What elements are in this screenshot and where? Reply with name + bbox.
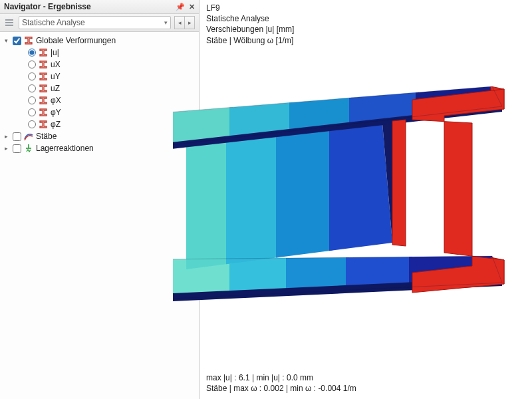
svg-rect-8 — [286, 253, 349, 306]
info-line: Stäbe | max ω : 0.002 | min ω : -0.004 1… — [206, 383, 356, 394]
beam-render — [173, 86, 532, 313]
collapse-icon[interactable]: ▾ — [3, 37, 10, 45]
info-line: max |u| : 6.1 | min |u| : 0.0 mm — [206, 372, 356, 383]
chevron-down-icon: ▾ — [164, 19, 168, 26]
analysis-toolbar: Statische Analyse ▾ ◂ ▸ — [0, 14, 199, 32]
tree-node-lagerreaktionen[interactable]: ▸ Lagerreaktionen — [3, 142, 196, 154]
section-icon — [39, 108, 48, 117]
navigator-panel: Navigator - Ergebnisse 📌 ✕ Statische Ana… — [0, 0, 200, 399]
analysis-combo-label: Statische Analyse — [22, 18, 85, 27]
tree-leaf-phiz[interactable]: φZ — [3, 118, 196, 130]
radio-uy[interactable] — [28, 72, 36, 80]
next-button[interactable]: ▸ — [184, 16, 195, 29]
radio-phiz[interactable] — [28, 120, 36, 128]
tree-leaf-ux[interactable]: uX — [3, 59, 196, 70]
analysis-type-icon — [4, 17, 15, 28]
expand-icon[interactable]: ▸ — [3, 133, 10, 140]
member-icon — [24, 132, 33, 141]
radio-uz[interactable] — [28, 84, 36, 92]
svg-rect-1 — [5, 22, 13, 23]
svg-rect-0 — [5, 19, 13, 21]
section-icon — [39, 96, 48, 105]
radio-u[interactable] — [28, 49, 36, 57]
tree-label: φX — [51, 96, 61, 105]
expand-icon[interactable]: ▸ — [3, 145, 10, 152]
section-icon — [39, 48, 48, 57]
tree-node-staebe[interactable]: ▸ Stäbe — [3, 130, 196, 142]
tree-label: uY — [51, 72, 61, 81]
panel-header: Navigator - Ergebnisse 📌 ✕ — [0, 0, 199, 14]
viewport-info-bottom: max |u| : 6.1 | min |u| : 0.0 mm Stäbe |… — [206, 372, 356, 394]
analysis-combo[interactable]: Statische Analyse ▾ — [19, 16, 171, 29]
tree-label: |u| — [51, 48, 59, 57]
info-line: Verschiebungen |u| [mm] — [206, 24, 294, 35]
radio-phiy[interactable] — [28, 108, 36, 116]
tree-label: φY — [51, 108, 61, 117]
pin-icon[interactable]: 📌 — [176, 3, 185, 11]
info-line: Statische Analyse — [206, 13, 294, 24]
section-icon — [39, 60, 48, 69]
info-line: Stäbe | Wölbung ω [1/m] — [206, 35, 294, 46]
prev-button[interactable]: ◂ — [174, 16, 185, 29]
tree-leaf-uy[interactable]: uY — [3, 70, 196, 82]
checkbox-staebe[interactable] — [13, 132, 21, 141]
info-line: LF9 — [206, 3, 294, 13]
checkbox-global-deformations[interactable] — [13, 37, 21, 45]
svg-marker-24 — [392, 120, 406, 246]
section-icon — [39, 72, 48, 81]
close-icon[interactable]: ✕ — [189, 3, 195, 11]
tree-label: uZ — [51, 84, 60, 93]
svg-rect-2 — [5, 25, 13, 26]
tree-label: Lagerreaktionen — [36, 144, 94, 153]
svg-rect-9 — [346, 253, 412, 306]
tree-label: Stäbe — [36, 132, 57, 141]
tree-leaf-u[interactable]: |u| — [3, 47, 196, 59]
tree-leaf-phix[interactable]: φX — [3, 94, 196, 106]
tree-leaf-uz[interactable]: uZ — [3, 82, 196, 94]
svg-rect-14 — [276, 113, 332, 279]
result-tree: ▾ Globale Verformungen |u| uX — [0, 32, 199, 157]
panel-title: Navigator - Ergebnisse — [4, 2, 91, 11]
viewport-3d[interactable]: LF9 Statische Analyse Verschiebungen |u|… — [200, 0, 532, 399]
tree-label: uX — [51, 60, 61, 69]
section-icon — [39, 84, 48, 93]
section-icon — [24, 36, 33, 45]
tree-node-global-deformations[interactable]: ▾ Globale Verformungen — [3, 35, 196, 47]
viewport-info-top: LF9 Statische Analyse Verschiebungen |u|… — [206, 3, 294, 46]
radio-ux[interactable] — [28, 61, 36, 68]
tree-label: φZ — [51, 120, 61, 129]
tree-leaf-phiy[interactable]: φY — [3, 106, 196, 118]
checkbox-lagerreaktionen[interactable] — [13, 144, 21, 153]
support-icon — [24, 144, 33, 153]
tree-label: Globale Verformungen — [36, 36, 116, 45]
section-icon — [39, 120, 48, 129]
radio-phix[interactable] — [28, 96, 36, 104]
